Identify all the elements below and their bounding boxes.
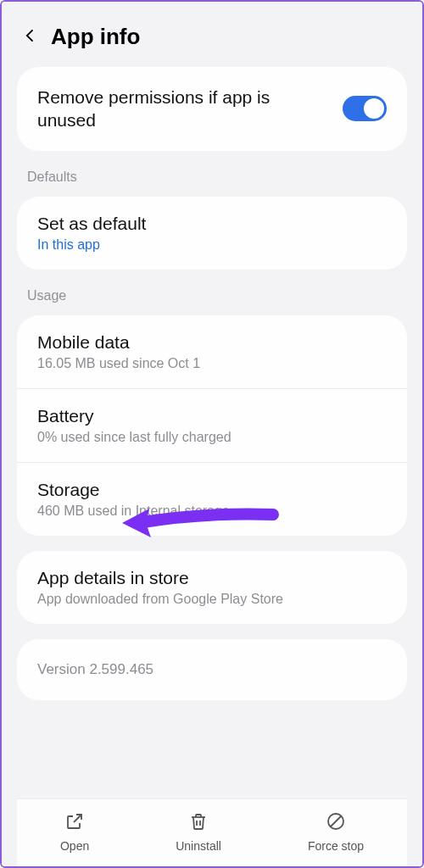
defaults-card: Set as default In this app [17, 197, 407, 270]
battery-title: Battery [37, 406, 387, 426]
usage-card: Mobile data 16.05 MB used since Oct 1 Ba… [17, 315, 407, 536]
defaults-section-label: Defaults [17, 166, 407, 197]
mobile-data-sub: 16.05 MB used since Oct 1 [37, 356, 387, 371]
app-details-title: App details in store [37, 568, 387, 588]
remove-permissions-toggle[interactable] [343, 96, 387, 121]
external-link-icon [64, 811, 85, 834]
app-details-sub: App downloaded from Google Play Store [37, 592, 387, 607]
bottom-bar: Open Uninstall Force stop [17, 798, 407, 866]
back-icon[interactable] [22, 27, 39, 47]
set-as-default-row[interactable]: Set as default In this app [17, 197, 407, 270]
storage-row[interactable]: Storage 460 MB used in Internal storage [17, 462, 407, 536]
set-as-default-sub: In this app [37, 237, 387, 253]
trash-icon [188, 811, 209, 834]
force-stop-label: Force stop [308, 839, 364, 853]
version-card: Version 2.599.465 [17, 639, 407, 700]
mobile-data-title: Mobile data [37, 332, 387, 353]
usage-section-label: Usage [17, 285, 407, 315]
storage-sub: 460 MB used in Internal storage [37, 504, 387, 519]
open-label: Open [60, 839, 89, 853]
version-text: Version 2.599.465 [37, 661, 387, 678]
battery-row[interactable]: Battery 0% used since last fully charged [17, 388, 407, 462]
remove-permissions-label: Remove permissions if app is unused [37, 86, 309, 132]
header: App info [17, 17, 407, 67]
battery-sub: 0% used since last fully charged [37, 430, 387, 445]
open-button[interactable]: Open [60, 811, 89, 853]
storage-title: Storage [37, 480, 387, 500]
force-stop-button[interactable]: Force stop [308, 811, 364, 853]
permissions-card: Remove permissions if app is unused [17, 67, 407, 151]
app-details-row[interactable]: App details in store App downloaded from… [17, 551, 407, 624]
store-card: App details in store App downloaded from… [17, 551, 407, 624]
uninstall-button[interactable]: Uninstall [176, 811, 221, 853]
toggle-knob [364, 98, 384, 119]
set-as-default-title: Set as default [37, 214, 387, 234]
stop-icon [326, 811, 346, 834]
remove-permissions-row[interactable]: Remove permissions if app is unused [17, 67, 407, 151]
svg-line-1 [331, 816, 341, 826]
mobile-data-row[interactable]: Mobile data 16.05 MB used since Oct 1 [17, 315, 407, 388]
page-title: App info [51, 24, 140, 50]
uninstall-label: Uninstall [176, 839, 221, 853]
